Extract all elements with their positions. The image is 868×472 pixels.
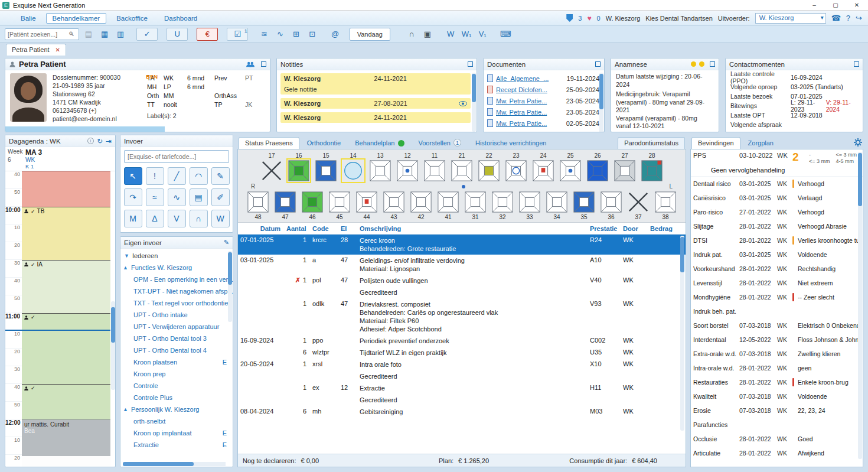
heart-icon[interactable]: ♥ (587, 14, 591, 22)
finding-row[interactable]: Dentaal risico 03-01-2025 WK Verhoogd (691, 177, 863, 191)
tooth[interactable]: 28 (638, 152, 665, 182)
eigen-invoer-item[interactable]: Controle (123, 380, 227, 392)
tooth[interactable]: 15 (312, 152, 340, 182)
tool-pen[interactable]: ✎ (211, 167, 230, 185)
at-icon[interactable]: @ (328, 28, 342, 41)
gear-icon[interactable] (854, 138, 862, 148)
w-icon[interactable]: W (443, 28, 458, 41)
finding-row[interactable]: Indruk beh. pat. (691, 304, 863, 318)
eigen-invoer-filter[interactable]: ▼ Iedereen (123, 250, 227, 262)
center-tab[interactable]: Voorstellen 1 (412, 136, 468, 149)
table-row[interactable]: 1 ex 12 Extractie H11 WK (238, 382, 686, 394)
camera-icon[interactable]: ▣ (420, 28, 435, 41)
patient-photo[interactable] (10, 73, 47, 122)
patient-tab-close-icon[interactable]: ✕ (56, 47, 60, 53)
popout-icon[interactable] (595, 61, 601, 67)
tooth[interactable]: 48 (244, 191, 272, 221)
tooth[interactable]: 43 (380, 191, 407, 221)
vandaag-button[interactable]: Vandaag (350, 28, 390, 41)
tooth[interactable]: 41 (435, 191, 462, 221)
table-row[interactable]: 03-01-2025 1 a 47 Geleidings- en/of infi… (238, 255, 686, 275)
headset-icon[interactable]: ∩ (404, 28, 419, 41)
finding-row[interactable]: Interdentaal 12-05-2022 WK Floss Johnson… (691, 333, 863, 347)
finding-row[interactable]: Occlusie 28-01-2022 WK Goed (691, 432, 863, 446)
table-row[interactable]: 08-04-2024 6 mh Gebitsreiniging M03 WK (238, 406, 686, 418)
w1-icon[interactable]: W₁ (459, 28, 474, 41)
tooth[interactable]: 11 (421, 152, 448, 182)
eigen-invoer-item[interactable]: Kroon op implantaat E (123, 427, 227, 439)
chart-icon[interactable]: ∿ (273, 28, 288, 41)
finding-row[interactable]: Slijtage 28-01-2022 WK Verhoogd Abrasie (691, 219, 863, 233)
column-header[interactable]: Aantal (286, 225, 310, 232)
agenda-event[interactable]: ✓ TB (22, 207, 110, 260)
patient-labels[interactable]: Label(s): 2 (147, 112, 260, 119)
tool-pencil[interactable]: ✐ (211, 188, 230, 206)
note-item[interactable]: W. Kieszorg 24-11-2021 (280, 112, 471, 123)
column-header[interactable]: Prestatie (590, 225, 621, 232)
document-item[interactable]: Recept Diclofen... 25-09-2024 (487, 84, 599, 95)
column-header[interactable]: Omschrijving (360, 225, 588, 232)
tool-line[interactable]: ╱ (168, 167, 186, 185)
finding-row[interactable]: Mondhygiëne 28-01-2022 WK -- Zeer slecht (691, 290, 863, 304)
notes-scrollbar[interactable] (472, 73, 476, 132)
tooth[interactable]: 21 (448, 152, 475, 182)
minimize-button[interactable]: – (805, 0, 823, 10)
tooth[interactable]: 23 (502, 152, 530, 182)
finding-row[interactable]: Extra-orale w.d. 07-03-2018 WK Zwelling … (691, 347, 863, 361)
tooth[interactable]: 34 (543, 191, 570, 221)
table-row[interactable]: 16-09-2024 1 ppo Periodiek preventief on… (238, 335, 686, 347)
tool-v[interactable]: V (168, 210, 186, 227)
agenda-room[interactable]: K 1 (25, 163, 113, 170)
nav-tab[interactable]: Dashboard (158, 13, 204, 24)
finding-row[interactable]: Levensstijl 28-01-2022 WK Niet extreem (691, 276, 863, 290)
popout-icon[interactable] (261, 61, 266, 67)
refresh-icon[interactable]: ↻ (97, 137, 103, 145)
eigen-invoer-item[interactable]: UPT - Ortho Dental tool 4 (123, 344, 227, 356)
u-icon[interactable]: U (167, 28, 188, 41)
finding-row[interactable]: DTSI 28-01-2022 WK Verlies kroonhoogte t… (691, 233, 863, 248)
patient-search[interactable]: 🔍︎ (5, 28, 79, 40)
tooth[interactable]: 36 (598, 191, 625, 221)
family-icon[interactable] (246, 61, 254, 68)
tool-cursor[interactable]: ↖ (124, 167, 142, 185)
tool-crown[interactable]: W (211, 210, 230, 227)
tooth[interactable]: 38 (652, 191, 679, 221)
tool-wave[interactable]: ∿ (168, 188, 186, 206)
maximize-button[interactable]: ▢ (827, 0, 844, 10)
tooth[interactable]: 17 (258, 152, 285, 182)
documents-scrollbar[interactable] (599, 73, 603, 132)
table-row[interactable]: 20-05-2024 1 xrsl Intra orale foto X10 W… (238, 359, 686, 370)
approve-icon[interactable]: ✓ (136, 28, 158, 41)
box-add-icon[interactable]: ⊞ (289, 28, 304, 41)
agenda-event[interactable]: ✓ IA (22, 260, 110, 313)
finding-row[interactable]: Paro-risico 27-01-2022 WK Verhoogd (691, 205, 863, 219)
pps-block[interactable]: PPS 03-10-2022 WK 2 -<= 3 mm <= 3 mm4-5 … (691, 149, 863, 177)
tooth[interactable]: 14 (340, 152, 367, 182)
finding-row[interactable]: Intra-orale w.d. 28-01-2022 WK geen (691, 361, 863, 375)
tool-bridge[interactable]: ≈ (146, 188, 164, 206)
logout-icon[interactable]: ↪ (856, 14, 862, 22)
table-row[interactable]: 6 wlztpr Tijdtarief WLZ in eigen praktij… (238, 347, 686, 359)
finding-row[interactable]: Parafuncties (691, 418, 863, 432)
note-item[interactable]: W. Kieszorg 24-11-2021 Gele notitie (280, 73, 471, 95)
tooth[interactable]: 35 (570, 191, 598, 221)
eigen-invoer-item[interactable]: TXT - Text regel voor orthodontie (123, 297, 227, 309)
uitvoerder-select[interactable]: W. Kieszorg (755, 13, 826, 24)
table-scrollbar[interactable] (680, 236, 684, 431)
eigen-invoer-item[interactable]: Extractie E (123, 439, 227, 451)
edit-icon[interactable]: ✎ (224, 239, 229, 246)
tooth[interactable]: 31 (462, 191, 489, 221)
nav-tab[interactable]: Balie (14, 13, 43, 24)
agenda-scrollbar[interactable] (111, 301, 115, 390)
finding-row[interactable]: Restauraties 28-01-2022 WK Enkele kroon-… (691, 375, 863, 389)
finding-row[interactable]: Soort borstel 07-03-2018 WK Elektrisch 0… (691, 318, 863, 333)
eigen-invoer-item[interactable]: UPT - Verwijderen apparatuur (123, 321, 227, 333)
agenda-operator[interactable]: WK (25, 157, 113, 163)
tool-layers[interactable]: ▤ (190, 188, 208, 206)
tooth[interactable]: 27 (611, 152, 638, 182)
tasklist-icon[interactable]: ☑ 1 (227, 28, 248, 41)
anamnese-body[interactable]: Datum laatste wijziging : 20-06-2024 Med… (611, 70, 719, 132)
tooth[interactable]: 46 (299, 191, 326, 221)
center-tab[interactable]: Behandelplan (348, 137, 410, 149)
eigen-invoer-group[interactable]: ▲ Functies W. Kieszorg (123, 262, 227, 274)
